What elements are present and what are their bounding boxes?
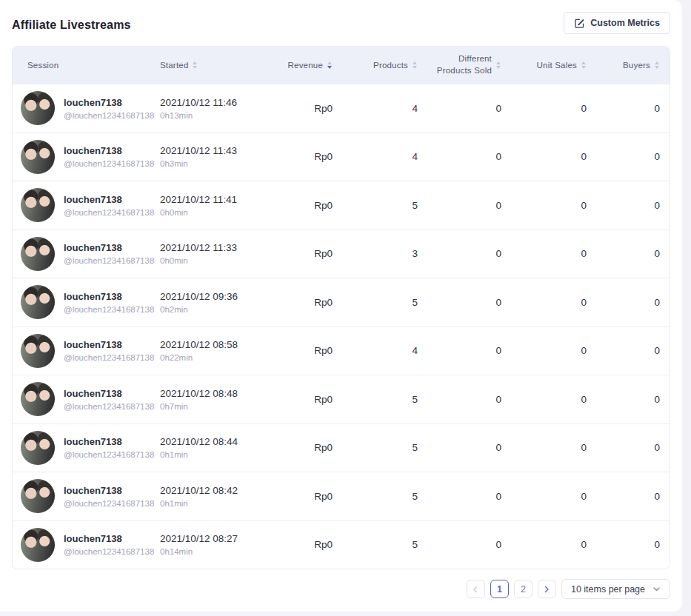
session-username: louchen7138 [64,533,154,544]
session-handle: @louchen12341687138 [64,256,154,265]
different-products-sold-cell: 0 [418,539,501,550]
column-header-revenue[interactable]: Revenue [267,61,333,70]
started-datetime: 2021/10/12 11:41 [160,194,267,205]
session-cell: louchen7138@louchen12341687138 [13,334,151,368]
session-handle: @louchen12341687138 [64,305,154,314]
avatar [21,528,55,562]
stream-duration: 0h1min [160,499,267,508]
products-cell: 5 [333,297,418,308]
column-label: Buyers [623,61,650,70]
avatar [21,431,55,465]
column-label: Products [373,61,408,70]
previous-page-button[interactable] [467,580,485,598]
session-cell: louchen7138@louchen12341687138 [13,431,151,465]
started-datetime: 2021/10/12 08:58 [160,339,267,350]
column-header-different-products-sold[interactable]: Different Products Sold [418,53,501,76]
session-username: louchen7138 [64,145,154,156]
table-row[interactable]: louchen7138@louchen123416871382021/10/12… [13,327,670,375]
table-row[interactable]: louchen7138@louchen123416871382021/10/12… [13,472,670,520]
revenue-cell: Rp0 [267,297,333,308]
avatar [21,188,55,222]
avatar [21,91,55,125]
page-button-2[interactable]: 2 [514,580,533,598]
column-header-started[interactable]: Started [151,61,267,70]
session-cell: louchen7138@louchen12341687138 [13,91,151,125]
column-label: Different Products Sold [437,53,492,76]
avatar [21,285,55,319]
page-button-1[interactable]: 1 [490,580,509,598]
column-label: Revenue [288,61,323,70]
stream-duration: 0h13min [160,111,267,120]
stream-duration: 0h0min [160,208,267,217]
table-row[interactable]: louchen7138@louchen123416871382021/10/12… [13,375,670,424]
started-datetime: 2021/10/12 08:44 [160,436,267,447]
session-handle: @louchen12341687138 [64,450,154,459]
main-content-panel: Affiliate Livestreams Custom Metrics Ses… [0,0,682,612]
chevron-down-icon [652,585,661,593]
column-label: Started [160,61,188,70]
stream-duration: 0h3min [160,159,267,168]
table-row[interactable]: louchen7138@louchen123416871382021/10/12… [13,424,670,472]
started-cell: 2021/10/12 09:360h2min [151,291,267,314]
table-row[interactable]: louchen7138@louchen123416871382021/10/12… [13,84,670,133]
unit-sales-cell: 0 [501,248,587,259]
table-header-row: Session Started Revenue Products Differe… [13,47,670,84]
session-cell: louchen7138@louchen12341687138 [13,188,151,222]
custom-metrics-label: Custom Metrics [590,18,660,28]
session-username: louchen7138 [64,436,154,447]
started-datetime: 2021/10/12 08:48 [160,388,267,399]
started-datetime: 2021/10/12 08:27 [160,533,267,544]
started-cell: 2021/10/12 11:460h13min [151,97,267,120]
started-datetime: 2021/10/12 11:46 [160,97,267,108]
revenue-cell: Rp0 [267,539,333,550]
sort-icon[interactable] [495,61,501,70]
page-size-select[interactable]: 10 items per page [561,579,670,599]
stream-duration: 0h22min [160,353,267,362]
started-cell: 2021/10/12 08:270h14min [151,533,267,556]
table-row[interactable]: louchen7138@louchen123416871382021/10/12… [13,133,670,181]
avatar [21,479,55,513]
avatar [21,140,55,174]
table-row[interactable]: louchen7138@louchen123416871382021/10/12… [13,230,670,278]
sort-icon-descending[interactable] [327,61,333,70]
sort-icon[interactable] [192,61,198,70]
avatar [21,334,55,368]
products-cell: 5 [333,491,418,502]
session-username: louchen7138 [64,388,154,399]
started-datetime: 2021/10/12 11:43 [160,145,267,156]
unit-sales-cell: 0 [501,345,587,356]
column-header-buyers[interactable]: Buyers [587,61,670,70]
session-username: louchen7138 [64,339,154,350]
buyers-cell: 0 [587,200,670,211]
sort-icon[interactable] [654,61,660,70]
buyers-cell: 0 [587,297,670,308]
stream-duration: 0h0min [160,256,267,265]
revenue-cell: Rp0 [267,345,333,356]
started-cell: 2021/10/12 11:410h0min [151,194,267,217]
table-row[interactable]: louchen7138@louchen123416871382021/10/12… [13,181,670,230]
sort-icon[interactable] [581,61,587,70]
custom-metrics-button[interactable]: Custom Metrics [564,12,670,34]
session-cell: louchen7138@louchen12341687138 [13,382,151,416]
session-username: louchen7138 [64,97,154,108]
table-row[interactable]: louchen7138@louchen123416871382021/10/12… [13,278,670,327]
started-cell: 2021/10/12 11:430h3min [151,145,267,168]
products-cell: 5 [333,200,418,211]
revenue-cell: Rp0 [267,491,333,502]
livestreams-table: Session Started Revenue Products Differe… [12,46,670,569]
different-products-sold-cell: 0 [418,394,501,405]
table-row[interactable]: louchen7138@louchen123416871382021/10/12… [13,520,670,569]
products-cell: 4 [333,345,418,356]
column-header-unit-sales[interactable]: Unit Sales [501,61,587,70]
unit-sales-cell: 0 [501,151,587,162]
next-page-button[interactable] [538,580,556,598]
sort-icon[interactable] [412,61,418,70]
products-cell: 5 [333,394,418,405]
session-username: louchen7138 [64,485,154,496]
column-header-products[interactable]: Products [333,61,418,70]
stream-duration: 0h2min [160,305,267,314]
session-handle: @louchen12341687138 [64,547,154,556]
edit-square-icon [574,18,585,29]
products-cell: 5 [333,539,418,550]
revenue-cell: Rp0 [267,200,333,211]
